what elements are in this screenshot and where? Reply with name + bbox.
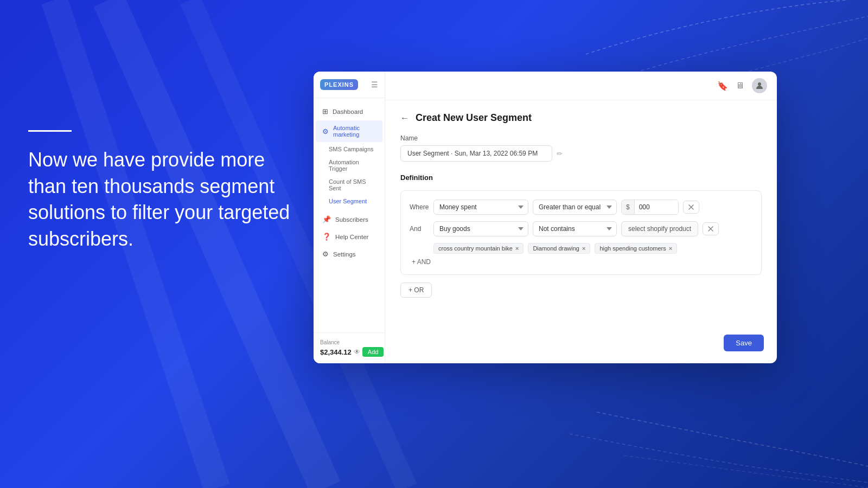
tag-cross-country-label: cross country mountain bike [438,245,513,252]
where-operator-select[interactable]: Greater than or equal [533,200,617,215]
automation-trigger-label: Automation Trigger [329,159,378,172]
balance-amount: $2,344.12 [320,348,352,356]
delete-and-button[interactable] [703,222,719,235]
sidebar-sub-count-sms[interactable]: Count of SMS Sent [314,175,385,195]
tags-row: cross country mountain bike × Diamond dr… [433,243,752,254]
sidebar-item-auto-label: Automatic marketing [333,125,376,138]
tag-cross-country-remove[interactable]: × [515,245,519,252]
bookmark-icon[interactable]: 🔖 [717,81,728,91]
sidebar-sub-automation-trigger[interactable]: Automation Trigger [314,156,385,175]
left-divider [28,130,72,132]
help-center-label: Help Center [335,234,368,240]
balance-eye-icon[interactable]: 👁 [354,348,360,356]
and-condition-row: And Buy goods Not contains select shopif… [410,221,752,236]
sidebar-header: PLEXINS ☰ [314,72,385,98]
tag-high-spending-remove[interactable]: × [669,245,672,252]
svg-point-3 [758,82,761,86]
and-field-select[interactable]: Buy goods [433,221,528,236]
add-and-button[interactable]: + AND [412,258,431,266]
balance-label: Balance [320,339,378,345]
subscribers-label: Subscribers [335,216,368,223]
sidebar-item-subscribers[interactable]: 📌 Subscribers [316,211,382,228]
hamburger-icon[interactable]: ☰ [371,80,378,89]
sidebar-item-automatic-marketing[interactable]: ⚙ Automatic marketing [316,120,382,142]
conditions-container: Where Money spent Greater than or equal … [400,190,762,275]
shopify-product-button[interactable]: select shopify product [621,221,698,236]
amount-input[interactable] [635,200,678,214]
settings-label: Settings [333,251,356,258]
logo: PLEXINS [320,79,358,90]
app-window: PLEXINS ☰ ⊞ Dashboard ⚙ Automatic market… [314,72,777,363]
sidebar-item-settings[interactable]: ⚙ Settings [316,246,382,262]
currency-symbol: $ [622,200,635,214]
where-field-select[interactable]: Money spent [433,200,528,215]
tag-diamond-drawing: Diamond drawing × [528,243,590,254]
sidebar-sub-user-segment[interactable]: User Segment [314,195,385,208]
and-label: And [410,225,429,233]
left-panel: Now we have provide more than ten thousa… [28,130,299,252]
sidebar-item-dashboard[interactable]: ⊞ Dashboard [316,103,382,120]
server-icon[interactable]: 🖥 [736,81,744,91]
sidebar-item-help-center[interactable]: ❓ Help Center [316,228,382,245]
sidebar: PLEXINS ☰ ⊞ Dashboard ⚙ Automatic market… [314,72,385,363]
main-topbar: 🔖 🖥 [385,72,777,100]
add-or-button[interactable]: + OR [400,282,432,298]
save-button[interactable]: Save [724,335,764,351]
tag-diamond-label: Diamond drawing [533,245,579,252]
user-segment-label: User Segment [329,198,367,204]
sidebar-sub-sms-campaigns[interactable]: SMS Campaigns [314,143,385,156]
back-button[interactable]: ← [400,113,409,123]
tag-diamond-remove[interactable]: × [582,245,585,252]
sidebar-nav: ⊞ Dashboard ⚙ Automatic marketing SMS Ca… [314,98,385,332]
dashboard-icon: ⊞ [322,107,328,115]
page-body: ← Creat New User Segment Name ✏ Definiti… [385,100,777,363]
user-avatar[interactable] [752,78,767,93]
edit-icon[interactable]: ✏ [557,150,563,158]
auto-marketing-icon: ⚙ [322,127,329,136]
sidebar-balance: Balance $2,344.12 👁 Add [314,332,385,363]
subscribers-icon: 📌 [322,215,331,223]
delete-where-button[interactable] [683,201,699,214]
page-header: ← Creat New User Segment [400,112,762,124]
settings-icon: ⚙ [322,250,329,258]
amount-input-wrap: $ [621,200,679,215]
main-content: 🔖 🖥 ← Creat New User Segment Name ✏ [385,72,777,363]
sidebar-item-dashboard-label: Dashboard [333,108,363,115]
definition-label: Definition [400,174,762,182]
where-label: Where [410,203,429,211]
page-title: Creat New User Segment [416,112,532,124]
left-heading: Now we have provide more than ten thousa… [28,147,299,252]
name-label: Name [400,134,762,142]
add-balance-button[interactable]: Add [362,347,384,357]
sms-campaigns-label: SMS Campaigns [329,146,374,152]
and-operator-select[interactable]: Not contains [533,221,617,236]
balance-row: $2,344.12 👁 Add [320,347,378,357]
tag-high-spending-label: high spending customers [599,245,666,252]
name-field-group: Name ✏ [400,134,762,162]
where-condition-row: Where Money spent Greater than or equal … [410,200,752,215]
tag-high-spending: high spending customers × [595,243,677,254]
help-icon: ❓ [322,233,331,241]
count-sms-label: Count of SMS Sent [329,178,378,191]
tag-cross-country: cross country mountain bike × [433,243,524,254]
name-input[interactable] [400,145,552,162]
name-input-row: ✏ [400,145,762,162]
